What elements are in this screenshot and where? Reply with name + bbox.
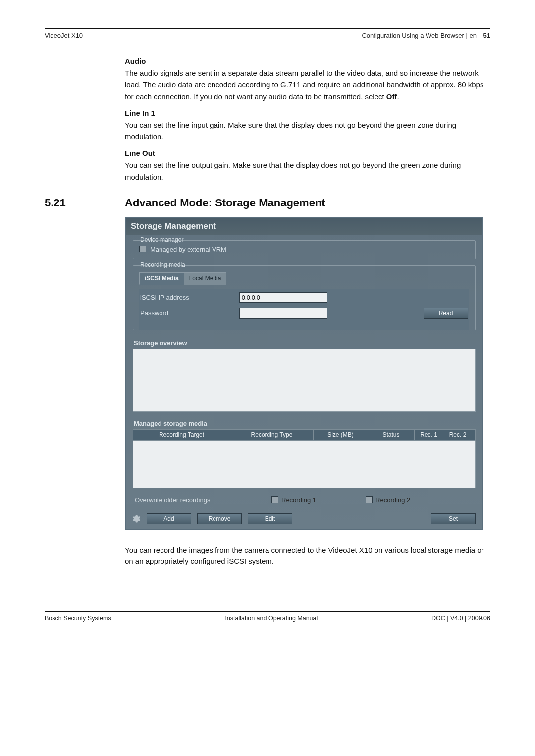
legend-recording-media: Recording media: [138, 261, 187, 268]
para-linein: You can set the line input gain. Make su…: [125, 119, 490, 143]
label-recording-1: Recording 1: [281, 496, 316, 504]
tab-local-media[interactable]: Local Media: [184, 272, 227, 285]
label-iscsi-ip: iSCSI IP address: [140, 294, 239, 301]
para-audio-post: .: [397, 92, 399, 101]
input-iscsi-ip[interactable]: [239, 292, 327, 303]
remove-button[interactable]: Remove: [197, 513, 242, 524]
running-header: VideoJet X10 Configuration Using a Web B…: [45, 32, 490, 39]
para-lineout: You can set the line output gain. Make s…: [125, 159, 490, 183]
heading-linein: Line In 1: [125, 109, 490, 117]
para-after-panel: You can record the images from the camer…: [125, 544, 490, 567]
gear-icon: [131, 514, 141, 524]
header-managed-storage-media: Managed storage media: [133, 417, 476, 429]
heading-audio: Audio: [125, 57, 490, 65]
col-recording-target: Recording Target: [133, 430, 230, 440]
label-password: Password: [140, 309, 239, 317]
col-status: Status: [368, 430, 415, 440]
col-recording-type: Recording Type: [230, 430, 314, 440]
input-password[interactable]: [239, 308, 327, 319]
page-footer: Bosch Security Systems Installation and …: [45, 611, 490, 622]
storage-management-panel: Storage Management Device manager Manage…: [125, 217, 483, 530]
panel-title: Storage Management: [126, 218, 482, 235]
label-overwrite-older: Overwrite older recordings: [135, 496, 252, 504]
heading-lineout: Line Out: [125, 149, 490, 157]
storage-overview-list[interactable]: [133, 349, 476, 412]
para-audio: The audio signals are sent in a separate…: [125, 67, 490, 102]
footer-right: DOC | V4.0 | 2009.06: [431, 615, 490, 622]
label-managed-by-vrm: Managed by external VRM: [150, 246, 226, 253]
runhead-left: VideoJet X10: [45, 32, 83, 39]
section-title: Advanced Mode: Storage Management: [125, 197, 325, 209]
checkbox-recording-1[interactable]: [271, 496, 278, 503]
runhead-right-label: Configuration Using a Web Browser | en: [362, 32, 476, 39]
para-audio-bold: Off: [386, 92, 397, 101]
tab-iscsi-media[interactable]: iSCSI Media: [139, 272, 184, 285]
section-number: 5.21: [45, 197, 125, 209]
checkbox-recording-2[interactable]: [366, 496, 373, 503]
managed-media-table-body[interactable]: [133, 441, 476, 488]
header-storage-overview: Storage overview: [133, 336, 476, 349]
checkbox-managed-by-vrm[interactable]: [139, 246, 146, 252]
edit-button[interactable]: Edit: [248, 513, 292, 524]
footer-left: Bosch Security Systems: [45, 615, 111, 622]
para-audio-pre: The audio signals are sent in a separate…: [125, 69, 483, 101]
footer-center: Installation and Operating Manual: [225, 615, 318, 622]
read-button[interactable]: Read: [424, 308, 468, 319]
col-size-mb: Size (MB): [314, 430, 368, 440]
fieldset-recording-media: Recording media iSCSI Media Local Media …: [133, 265, 476, 330]
label-recording-2: Recording 2: [375, 496, 410, 504]
legend-device-manager: Device manager: [138, 236, 185, 243]
fieldset-device-manager: Device manager Managed by external VRM: [133, 240, 476, 259]
col-rec-1: Rec. 1: [415, 430, 443, 440]
page-number: 51: [483, 32, 490, 39]
managed-media-table-header: Recording Target Recording Type Size (MB…: [133, 429, 476, 441]
col-rec-2: Rec. 2: [443, 430, 472, 440]
set-button[interactable]: Set: [431, 513, 476, 524]
add-button[interactable]: Add: [147, 513, 191, 524]
